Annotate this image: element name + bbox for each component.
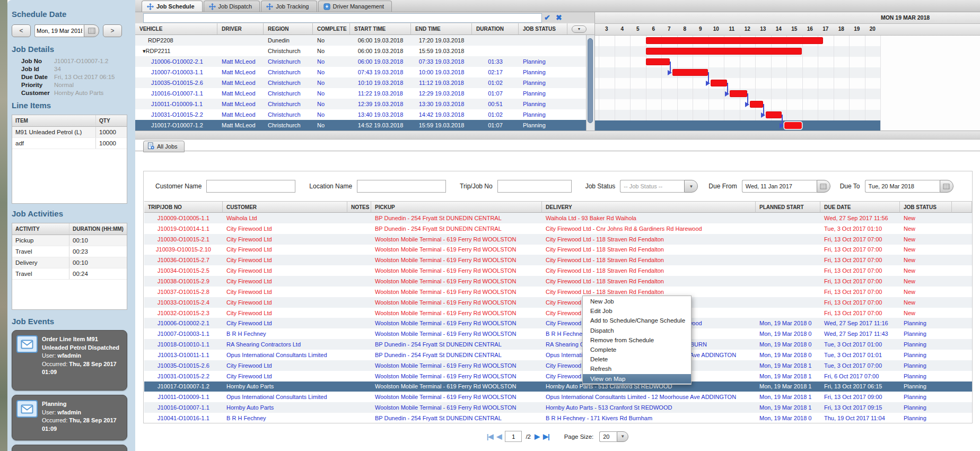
- job-event-card[interactable]: PlanningUser: wfadminOccurred: Thu, 28 S…: [12, 395, 127, 440]
- column-header[interactable]: REGION: [264, 23, 313, 35]
- menu-item-add-to-schedule-change-schedule[interactable]: Add to Schedule/Change Schedule: [583, 316, 691, 325]
- calendar-icon[interactable]: [84, 24, 99, 37]
- schedule-row[interactable]: ▾ RDP2211ChristchurchNo06:00 19.03.20181…: [135, 46, 594, 56]
- menu-item-complete[interactable]: Complete: [583, 345, 691, 354]
- menu-item-dispatch[interactable]: Dispatch: [583, 326, 691, 335]
- column-header[interactable]: JOB STATUS: [519, 23, 567, 35]
- job-row[interactable]: J10041-O10016-1.1B R H FechneyBP Dunedin…: [144, 413, 972, 423]
- job-row[interactable]: J10034-O10015-2.5City Firewood LtdWoolst…: [144, 265, 972, 276]
- column-header[interactable]: VEHICLE: [135, 23, 217, 35]
- job-row[interactable]: J10016-O10007-1.1Hornby Auto PartsWoolst…: [144, 402, 972, 413]
- schedule-row[interactable]: J10011-O10009-1.1Matt McLeodChristchurch…: [135, 99, 594, 109]
- column-header[interactable]: CUSTOMER: [223, 201, 347, 213]
- quick-filter-input[interactable]: [143, 13, 542, 23]
- next-day-button[interactable]: >: [103, 24, 122, 37]
- gantt-bar[interactable]: [672, 69, 708, 76]
- job-row[interactable]: J10009-O10005-1.1Waihola LtdBP Dunedin -…: [144, 213, 972, 223]
- column-header[interactable]: DURATION: [472, 23, 519, 35]
- prev-day-button[interactable]: <: [12, 24, 31, 37]
- last-page-icon[interactable]: ▶|: [543, 432, 549, 440]
- column-header[interactable]: TRIP/JOB NO: [144, 201, 223, 213]
- location-name-input[interactable]: [357, 180, 446, 193]
- schedule-row[interactable]: J10017-O10007-1.2Matt McLeodChristchurch…: [135, 120, 594, 131]
- job-row[interactable]: J10037-O10015-2.8City Firewood LtdWoolst…: [144, 287, 972, 297]
- job-row[interactable]: J10030-O10015-2.1City Firewood LtdWoolst…: [144, 234, 972, 245]
- expand-triangle-icon[interactable]: ▾: [143, 48, 146, 55]
- scrollbar-thumb[interactable]: [588, 38, 593, 123]
- schedule-row[interactable]: RDP2208DunedinNo06:00 19.03.201817:20 19…: [135, 35, 594, 46]
- schedule-row[interactable]: J10031-O10015-2.2Matt McLeodChristchurch…: [135, 109, 594, 120]
- gantt-selected-row[interactable]: [595, 120, 880, 131]
- column-header[interactable]: DRIVER: [217, 23, 264, 35]
- gantt-row[interactable]: [595, 99, 880, 110]
- column-header[interactable]: COMPLETE: [313, 23, 350, 35]
- column-header[interactable]: PICKUP: [371, 201, 542, 213]
- job-row[interactable]: J10036-O10015-2.7City Firewood LtdWoolst…: [144, 255, 972, 265]
- schedule-row[interactable]: J10035-O10015-2.6Matt McLeodChristchurch…: [135, 77, 594, 88]
- job-row[interactable]: J10018-O10010-1.1RA Shearing Contractors…: [144, 339, 972, 350]
- table-row[interactable]: Delivery00:10: [12, 257, 127, 268]
- table-row[interactable]: Travel00:24: [12, 268, 127, 280]
- job-row[interactable]: J10013-O10011-1.1Opus International Cons…: [144, 350, 972, 360]
- tab-driver-management[interactable]: Driver Management: [318, 1, 392, 12]
- job-row[interactable]: J10031-O10015-2.2City Firewood LtdWoolst…: [144, 371, 972, 381]
- tab-job-tracking[interactable]: Job Tracking: [261, 1, 317, 12]
- job-row[interactable]: J10038-O10015-2.9City Firewood LtdWoolst…: [144, 276, 972, 287]
- gantt-bar[interactable]: [646, 58, 670, 65]
- gantt-row[interactable]: [595, 110, 880, 120]
- gantt-row[interactable]: [595, 67, 880, 78]
- job-row[interactable]: J10032-O10015-2.3City Firewood LtdWoolst…: [144, 308, 972, 318]
- customer-name-input[interactable]: [206, 180, 295, 193]
- column-filter-button[interactable]: ▼: [572, 25, 587, 33]
- gantt-bar[interactable]: [766, 111, 782, 118]
- next-page-icon[interactable]: ▶: [535, 432, 539, 440]
- table-row[interactable]: adf10000: [12, 138, 127, 149]
- gantt-row[interactable]: [595, 57, 880, 67]
- prev-page-icon[interactable]: ◀: [496, 432, 501, 440]
- column-header[interactable]: START TIME: [350, 23, 411, 35]
- page-number-input[interactable]: [505, 431, 522, 442]
- column-header[interactable]: DELIVERY: [542, 201, 756, 213]
- job-event-card[interactable]: Order Line Item M91 Unleaded Petrol Disp…: [12, 330, 127, 391]
- job-status-dropdown[interactable]: -- Job Status -- ▼: [620, 180, 698, 193]
- tab-job-schedule[interactable]: Job Schedule: [142, 1, 203, 12]
- vertical-scrollbar[interactable]: [586, 35, 594, 131]
- clear-filter-icon[interactable]: ✖: [556, 12, 562, 23]
- menu-item-remove-from-schedule[interactable]: Remove from Schedule: [583, 335, 691, 345]
- column-header[interactable]: DUE DATE: [820, 201, 900, 213]
- job-event-card-partial[interactable]: [12, 445, 127, 451]
- tab-job-dispatch[interactable]: Job Dispatch: [204, 1, 260, 12]
- table-row[interactable]: Pickup00:10: [12, 235, 127, 246]
- column-header[interactable]: JOB STATUS: [900, 201, 952, 213]
- due-from-field[interactable]: Wed, 11 Jan 2017: [742, 180, 830, 193]
- job-row[interactable]: J10017-O10007-1.2Hornby Auto PartsWoolst…: [144, 381, 972, 392]
- job-row[interactable]: J10007-O10003-1.1B R H FechneyWoolston M…: [144, 328, 972, 339]
- job-row[interactable]: J10035-O10015-2.6City Firewood LtdWoolst…: [144, 360, 972, 371]
- column-header[interactable]: NOTES: [347, 201, 371, 213]
- gantt-row[interactable]: [595, 78, 880, 89]
- tab-all-jobs[interactable]: All Jobs: [143, 141, 185, 152]
- column-header[interactable]: END TIME: [411, 23, 472, 35]
- schedule-row[interactable]: J10016-O10007-1.1Matt McLeodChristchurch…: [135, 88, 594, 99]
- menu-item-refresh[interactable]: Refresh: [583, 364, 691, 374]
- menu-item-delete[interactable]: Delete: [583, 354, 691, 364]
- first-page-icon[interactable]: |◀: [487, 432, 493, 440]
- menu-item-view-on-map[interactable]: View on Map: [583, 374, 691, 384]
- job-row[interactable]: J10006-O10002-2.1City Firewood LtdWoolst…: [144, 318, 972, 328]
- gantt-bar[interactable]: [730, 90, 747, 97]
- gantt-bar[interactable]: [646, 37, 823, 44]
- gantt-bar[interactable]: [784, 122, 802, 129]
- apply-filter-icon[interactable]: ✔: [544, 12, 550, 23]
- table-row[interactable]: M91 Unleaded Petrol (L)10000: [12, 127, 127, 138]
- job-row[interactable]: J10033-O10015-2.4City Firewood LtdWoolst…: [144, 297, 972, 308]
- table-row[interactable]: Travel00:23: [12, 246, 127, 257]
- gantt-bar[interactable]: [646, 48, 802, 55]
- schedule-row[interactable]: J10006-O10002-2.1Matt McLeodChristchurch…: [135, 56, 594, 67]
- schedule-date-input[interactable]: [34, 24, 84, 37]
- menu-item-new-job[interactable]: New Job: [583, 297, 691, 306]
- due-to-field[interactable]: Tue, 20 Mar 2018: [865, 180, 953, 193]
- schedule-row[interactable]: J10007-O10003-1.1Matt McLeodChristchurch…: [135, 67, 594, 77]
- job-row[interactable]: J10011-O10009-1.1Opus International Cons…: [144, 392, 972, 402]
- menu-item-edit-job[interactable]: Edit Job: [583, 306, 691, 316]
- job-row[interactable]: J10019-O10014-1.1City Firewood LtdBP Dun…: [144, 223, 972, 234]
